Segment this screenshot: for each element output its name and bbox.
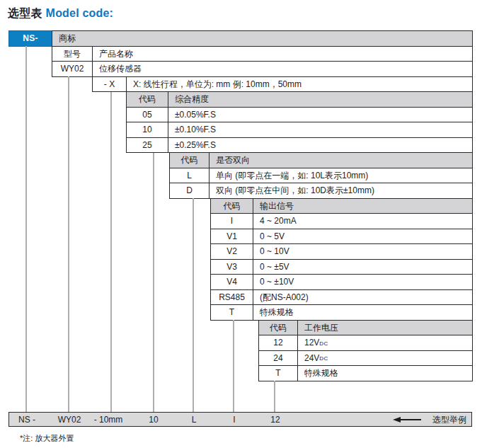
model-header-code-cell: 型号 xyxy=(52,46,93,62)
model-header-label-cell: 产品名称 xyxy=(92,46,473,62)
example-segment: 10 xyxy=(149,415,158,425)
voltage-label-cell: 12VDC xyxy=(297,335,473,351)
model-label-cell: 位移传感器 xyxy=(92,61,473,77)
voltage-value: 24V xyxy=(304,354,319,362)
direction-label-cell: 双向 (即零点在中间，如: 10D表示±10mm) xyxy=(209,183,473,199)
voltage-label-cell: 特殊规格 xyxy=(297,365,473,381)
page-title: 选型表Model code: xyxy=(8,6,113,21)
output-code-cell: I xyxy=(210,213,253,229)
connector-line-direction xyxy=(193,198,194,412)
output-code-cell: V2 xyxy=(210,243,253,260)
accuracy-label-cell: ±0.25%F.S xyxy=(168,137,473,154)
footnote: *注: 放大器外置 xyxy=(20,433,74,444)
output-label-cell: 特殊规格 xyxy=(253,304,473,321)
accuracy-code-cell: 05 xyxy=(126,107,168,123)
voltage-dc-suffix: DC xyxy=(319,341,328,347)
output-code-cell: V1 xyxy=(210,229,253,245)
stroke-label-cell: X: 线性行程，单位为: mm 例: 10mm，50mm xyxy=(126,76,473,93)
connector-line-model xyxy=(68,76,69,412)
stroke-code-cell: - X xyxy=(92,76,127,93)
direction-header-code-cell: 代码 xyxy=(169,152,210,168)
connector-line-prefix xyxy=(25,46,27,412)
example-segment: - 10mm xyxy=(94,415,123,425)
accuracy-code-cell: 10 xyxy=(126,122,168,138)
voltage-code-cell: 12 xyxy=(258,335,298,351)
output-header-code-cell: 代码 xyxy=(210,198,253,214)
output-header-label-cell: 输出信号 xyxy=(253,198,473,214)
example-segment: 12 xyxy=(270,415,280,425)
accuracy-header-label-cell: 综合精度 xyxy=(168,91,473,108)
connector-line-accuracy xyxy=(153,153,154,413)
example-segment: I xyxy=(233,415,235,425)
model-code-page: 选型表Model code: NS- 商标 型号 产品名称 WY02 位移传感器… xyxy=(0,0,482,448)
page-title-zh: 选型表 xyxy=(8,7,42,19)
left-arrow-icon xyxy=(393,417,421,423)
connector-line-stroke xyxy=(110,92,112,413)
direction-header-label-cell: 是否双向 xyxy=(209,152,473,168)
accuracy-label-cell: ±0.05%F.S xyxy=(168,107,473,123)
accuracy-header-code-cell: 代码 xyxy=(126,91,168,108)
voltage-label-cell: 24VDC xyxy=(297,350,473,367)
accuracy-label-cell: ±0.10%F.S xyxy=(168,122,473,138)
voltage-dc-suffix: DC xyxy=(319,356,328,362)
page-title-en: Model code: xyxy=(46,7,114,19)
output-label-cell: (配NS-A002) xyxy=(253,289,473,306)
trademark-label-cell: 商标 xyxy=(52,30,473,47)
output-code-cell: V4 xyxy=(210,274,253,290)
output-code-cell: T xyxy=(210,304,253,321)
example-segment: WY02 xyxy=(58,415,81,425)
output-label-cell: 0 ~ 10V xyxy=(253,243,473,260)
direction-code-cell: D xyxy=(169,183,210,199)
accuracy-code-cell: 25 xyxy=(126,137,168,154)
output-code-cell: RS485 xyxy=(210,289,253,306)
direction-label-cell: 单向 (即零点在一端，如: 10L表示10mm) xyxy=(209,168,473,184)
voltage-code-cell: T xyxy=(258,365,298,381)
model-code-cell: WY02 xyxy=(52,61,93,77)
direction-code-cell: L xyxy=(169,168,210,184)
output-label-cell: 0 ~ 5V xyxy=(253,229,473,245)
example-segment: NS - xyxy=(18,415,35,425)
voltage-value: 12V xyxy=(304,338,319,347)
output-code-cell: V3 xyxy=(210,259,253,275)
example-caption: 选型举例 xyxy=(432,413,466,425)
output-label-cell: 0 ~ ±10V xyxy=(253,274,473,290)
example-bar: NS - WY02 - 10mm 10 L I 12 选型举例 xyxy=(8,412,472,427)
connector-line-voltage xyxy=(274,381,275,412)
output-label-cell: 0 ~ ±5V xyxy=(253,259,473,275)
voltage-header-label-cell: 工作电压 xyxy=(297,320,473,336)
output-label-cell: 4 ~ 20mA xyxy=(253,213,473,229)
voltage-header-code-cell: 代码 xyxy=(258,320,298,336)
prefix-code-cell: NS- xyxy=(8,30,52,47)
example-segment: L xyxy=(192,415,197,425)
voltage-code-cell: 24 xyxy=(258,350,298,367)
connector-line-output xyxy=(233,320,234,412)
